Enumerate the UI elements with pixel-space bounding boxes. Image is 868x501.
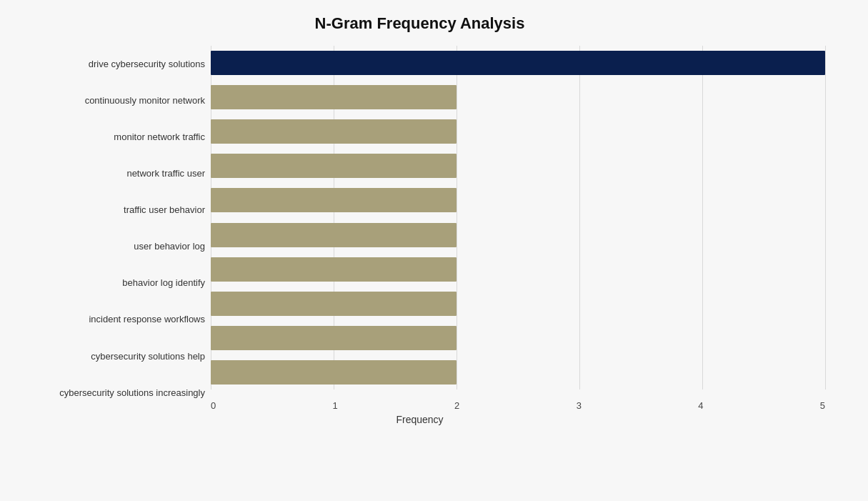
plot-area: 012345 xyxy=(211,46,825,411)
x-tick: 2 xyxy=(454,400,459,411)
bar xyxy=(211,154,457,178)
bar-row xyxy=(211,321,825,355)
x-axis-label: Frequency xyxy=(14,414,825,425)
y-axis-label: cybersecurity solutions increasingly xyxy=(14,387,205,399)
y-axis-label: behavior log identify xyxy=(14,277,205,289)
bar xyxy=(211,188,457,212)
y-axis-label: traffic user behavior xyxy=(14,204,205,216)
bar-row xyxy=(211,149,825,183)
bar xyxy=(211,119,457,144)
y-axis-label: user behavior log xyxy=(14,241,205,252)
y-axis-label: network traffic user xyxy=(14,168,205,179)
bar xyxy=(211,85,457,109)
bar-row xyxy=(211,80,825,114)
bar-row xyxy=(211,355,825,390)
bar xyxy=(211,326,457,350)
x-tick: 5 xyxy=(820,400,825,411)
y-axis-label: monitor network traffic xyxy=(14,132,205,143)
x-axis: 012345 xyxy=(211,390,825,411)
y-axis-label: continuously monitor network xyxy=(14,95,205,106)
bar-row xyxy=(211,217,825,252)
bar xyxy=(211,292,457,316)
bar xyxy=(211,51,825,75)
bar xyxy=(211,223,457,247)
bar-row xyxy=(211,183,825,217)
x-tick: 1 xyxy=(333,400,338,411)
x-tick: 0 xyxy=(211,400,216,411)
bar xyxy=(211,257,457,282)
chart-title: N-Gram Frequency Analysis xyxy=(14,14,825,33)
bar-row xyxy=(211,287,825,321)
x-tick: 3 xyxy=(577,400,582,411)
grid-line xyxy=(825,46,826,390)
bar-row xyxy=(211,114,825,149)
chart-container: N-Gram Frequency Analysis drive cybersec… xyxy=(0,0,868,501)
y-axis-labels: drive cybersecurity solutionscontinuousl… xyxy=(14,46,211,411)
y-axis-label: cybersecurity solutions help xyxy=(14,351,205,362)
bar xyxy=(211,360,457,385)
bar-row xyxy=(211,252,825,287)
bar-row xyxy=(211,46,825,80)
y-axis-label: incident response workflows xyxy=(14,314,205,325)
y-axis-label: drive cybersecurity solutions xyxy=(14,59,205,70)
x-tick: 4 xyxy=(698,400,703,411)
